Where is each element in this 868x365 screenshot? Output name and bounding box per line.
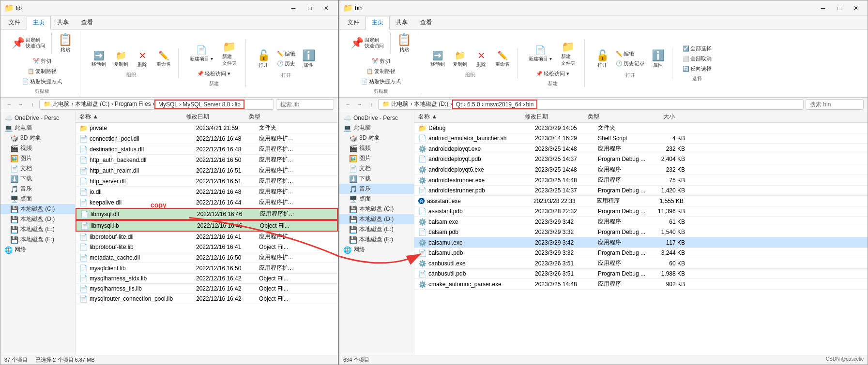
left-easy-access-button[interactable]: 📌轻松访问 ▾ bbox=[195, 69, 233, 78]
right-sidebar-item-picture[interactable]: 🖼️ 图片 bbox=[339, 153, 414, 163]
left-history-button[interactable]: 🕐历史 bbox=[274, 59, 298, 68]
table-row[interactable]: 📄 http_server.dll 2022/12/16 16:51 应用程序扩… bbox=[76, 176, 338, 187]
left-delete-button[interactable]: ✕ 删除 bbox=[133, 48, 152, 70]
table-row[interactable]: 📄 http_auth_realm.dll 2022/12/16 16:51 应… bbox=[76, 165, 338, 176]
right-pin-button[interactable]: 📌 固定到快速访问 bbox=[347, 35, 387, 51]
right-maximize-button[interactable]: □ bbox=[832, 3, 847, 13]
right-cut-button[interactable]: ✂️剪切 bbox=[369, 57, 393, 66]
right-sidebar-item-disk-f[interactable]: 💾 本地磁盘 (F:) bbox=[339, 234, 414, 245]
table-row[interactable]: 🅐 assistant.exe 2023/3/28 22:33 应用程序 1,5… bbox=[414, 196, 868, 206]
table-row[interactable]: 📄 keepalive.dll 2022/12/16 16:44 应用程序扩..… bbox=[76, 197, 338, 208]
right-col-name[interactable]: 名称 ▲ bbox=[418, 113, 525, 121]
right-delete-button[interactable]: ✕ 删除 bbox=[472, 48, 491, 70]
right-sidebar-item-video[interactable]: 🎬 视频 bbox=[339, 143, 414, 153]
right-edit-button[interactable]: ✏️编辑 bbox=[613, 49, 647, 58]
sidebar-item-disk-c[interactable]: 💾 本地磁盘 (C:) bbox=[0, 204, 75, 214]
right-sidebar-item-disk-d[interactable]: 💾 本地磁盘 (D:) bbox=[339, 214, 414, 224]
left-rename-button[interactable]: ✏️ 重命名 bbox=[153, 49, 174, 69]
right-rename-button[interactable]: ✏️ 重命名 bbox=[492, 49, 513, 69]
right-tab-view[interactable]: 查看 bbox=[414, 16, 438, 29]
right-minimize-button[interactable]: ─ bbox=[815, 3, 831, 13]
right-sidebar-item-desktop[interactable]: 🖥️ 桌面 bbox=[339, 194, 414, 204]
maximize-button[interactable]: □ bbox=[302, 3, 318, 13]
close-button[interactable]: ✕ bbox=[319, 3, 334, 13]
table-row[interactable]: 📄 assistant.pdb 2023/3/28 22:32 Program … bbox=[414, 206, 868, 217]
table-row[interactable]: ⚙️ androiddeployqt6.exe 2023/3/25 14:48 … bbox=[414, 164, 868, 175]
left-edit-button[interactable]: ✏️编辑 bbox=[274, 49, 298, 58]
table-row[interactable]: 📁 Debug 2023/3/29 14:05 文件夹 bbox=[414, 123, 868, 133]
right-sidebar-item-network[interactable]: 🌐 网络 bbox=[339, 245, 414, 255]
right-select-all-button[interactable]: ☑️全部选择 bbox=[680, 44, 714, 53]
sidebar-item-disk-d[interactable]: 💾 本地磁盘 (D:) bbox=[0, 214, 75, 224]
left-tab-file[interactable]: 文件 bbox=[2, 16, 27, 29]
table-row[interactable]: 📄 androidtestrunner.pdb 2023/3/25 14:37 … bbox=[414, 186, 868, 196]
left-pin-button[interactable]: 📌 固定到快速访问 bbox=[8, 35, 48, 51]
sidebar-item-onedrive[interactable]: ☁️ OneDrive - Persc bbox=[0, 113, 75, 123]
right-move-button[interactable]: ➡️ 移动到 bbox=[427, 49, 448, 69]
left-forward-button[interactable]: → bbox=[16, 100, 26, 109]
table-row[interactable]: 📄 balsam.pdb 2023/3/29 3:32 Program Debu… bbox=[414, 227, 868, 237]
table-row[interactable]: 📄 mysqlharness_tls.lib 2022/12/16 16:42 … bbox=[76, 284, 338, 294]
right-easy-access-button[interactable]: 📌轻松访问 ▾ bbox=[533, 69, 572, 78]
right-search-input[interactable] bbox=[806, 99, 864, 110]
right-forward-button[interactable]: → bbox=[355, 100, 365, 109]
right-up-button[interactable]: ↑ bbox=[366, 100, 376, 109]
table-row[interactable]: ⚙️ canbusutil.exe 2023/3/26 3:51 应用程序 60… bbox=[414, 258, 868, 269]
table-row[interactable]: 📄 libprotobuf-lite.lib 2022/12/16 16:41 … bbox=[76, 242, 338, 252]
right-tab-home[interactable]: 主页 bbox=[365, 16, 390, 29]
right-tab-share[interactable]: 共享 bbox=[390, 16, 414, 29]
right-col-date[interactable]: 修改日期 bbox=[525, 113, 588, 121]
table-row[interactable]: 📁 private 2023/4/21 21:59 文件夹 bbox=[76, 123, 338, 133]
right-copyto-button[interactable]: 📁 复制到 bbox=[449, 49, 471, 69]
left-move-button[interactable]: ➡️ 移动到 bbox=[88, 49, 109, 69]
left-shortcut-button[interactable]: 📄粘贴快捷方式 bbox=[20, 77, 64, 86]
left-props-button[interactable]: ℹ️ 属性 bbox=[299, 48, 319, 70]
left-copyto-button[interactable]: 📁 复制到 bbox=[110, 49, 132, 69]
right-sidebar-item-onedrive[interactable]: ☁️ OneDrive - Persc bbox=[339, 113, 414, 123]
table-row[interactable]: ⚙️ androidtestrunner.exe 2023/3/25 14:48… bbox=[414, 175, 868, 186]
sidebar-item-music[interactable]: 🎵 音乐 bbox=[0, 184, 75, 194]
left-search-input[interactable] bbox=[276, 99, 334, 110]
table-row[interactable]: ⚙️ androiddeployqt.exe 2023/3/25 14:48 应… bbox=[414, 144, 868, 154]
right-open-button[interactable]: 🔓 打开 bbox=[593, 48, 612, 70]
table-row[interactable]: 📄 mysqlharness_stdx.lib 2022/12/16 16:42… bbox=[76, 274, 338, 284]
left-new-folder-button[interactable]: 📁 新建文件夹 bbox=[217, 39, 242, 68]
sidebar-item-thispc[interactable]: 💻 此电脑 bbox=[0, 123, 75, 133]
sidebar-item-desktop[interactable]: 🖥️ 桌面 bbox=[0, 194, 75, 204]
right-col-type[interactable]: 类型 bbox=[588, 113, 636, 121]
table-row[interactable]: 📄 android_emulator_launcher.sh 2023/3/14… bbox=[414, 133, 868, 144]
left-copy-path-button[interactable]: 📋复制路径 bbox=[25, 67, 59, 76]
left-tab-share[interactable]: 共享 bbox=[51, 16, 75, 29]
sidebar-item-disk-e[interactable]: 💾 本地磁盘 (E:) bbox=[0, 224, 75, 234]
sidebar-item-doc[interactable]: 📄 文档 bbox=[0, 163, 75, 174]
left-new-item-button[interactable]: 📄 新建项目 ▾ bbox=[186, 44, 216, 64]
right-deselect-all-button[interactable]: ⬜全部取消 bbox=[680, 54, 714, 63]
right-copy-path-button[interactable]: 📋复制路径 bbox=[364, 67, 398, 76]
left-tab-home[interactable]: 主页 bbox=[27, 16, 51, 29]
table-row[interactable]: 📄 io.dll 2022/12/16 16:48 应用程序扩... bbox=[76, 187, 338, 197]
left-col-name[interactable]: 名称 ▲ bbox=[79, 113, 186, 121]
table-row[interactable]: 📄 http_auth_backend.dll 2022/12/16 16:50… bbox=[76, 155, 338, 165]
right-sidebar-item-3d[interactable]: 🎲 3D 对象 bbox=[339, 133, 414, 143]
right-new-folder-button[interactable]: 📁 新建文件夹 bbox=[556, 39, 580, 68]
sidebar-item-video[interactable]: 🎬 视频 bbox=[0, 143, 75, 153]
right-sidebar-item-doc[interactable]: 📄 文档 bbox=[339, 163, 414, 174]
right-back-button[interactable]: ← bbox=[343, 100, 353, 109]
sidebar-item-disk-f[interactable]: 💾 本地磁盘 (F:) bbox=[0, 234, 75, 245]
table-row[interactable]: ⚙️ cmake_automoc_parser.exe 2023/3/25 14… bbox=[414, 279, 868, 290]
right-paste-button[interactable]: 📋 粘贴 bbox=[394, 31, 415, 55]
left-tab-view[interactable]: 查看 bbox=[75, 16, 99, 29]
right-col-size[interactable]: 大小 bbox=[636, 113, 675, 121]
table-row[interactable]: 📄 metadata_cache.dll 2022/12/16 16:50 应用… bbox=[76, 252, 338, 263]
left-path-display[interactable]: 📁 此电脑 › 本地磁盘 (C:) › Program Files › MySQ… bbox=[39, 99, 274, 110]
table-row[interactable]: 📄 canbusutil.pdb 2023/3/26 3:51 Program … bbox=[414, 269, 868, 279]
table-row[interactable]: 📄 destination_status.dll 2022/12/16 16:4… bbox=[76, 144, 338, 155]
table-row[interactable]: 📄 connection_pool.dll 2022/12/16 16:48 应… bbox=[76, 133, 338, 144]
left-open-button[interactable]: 🔓 打开 bbox=[254, 48, 274, 70]
right-close-button[interactable]: ✕ bbox=[848, 3, 864, 13]
table-row[interactable]: ⚙️ balsam.exe 2023/3/29 3:42 应用程序 61 KB bbox=[414, 217, 868, 227]
right-shortcut-button[interactable]: 📄粘贴快捷方式 bbox=[359, 77, 403, 86]
right-tab-file[interactable]: 文件 bbox=[341, 16, 365, 29]
left-up-button[interactable]: ↑ bbox=[28, 100, 37, 109]
sidebar-item-picture[interactable]: 🖼️ 图片 bbox=[0, 153, 75, 163]
